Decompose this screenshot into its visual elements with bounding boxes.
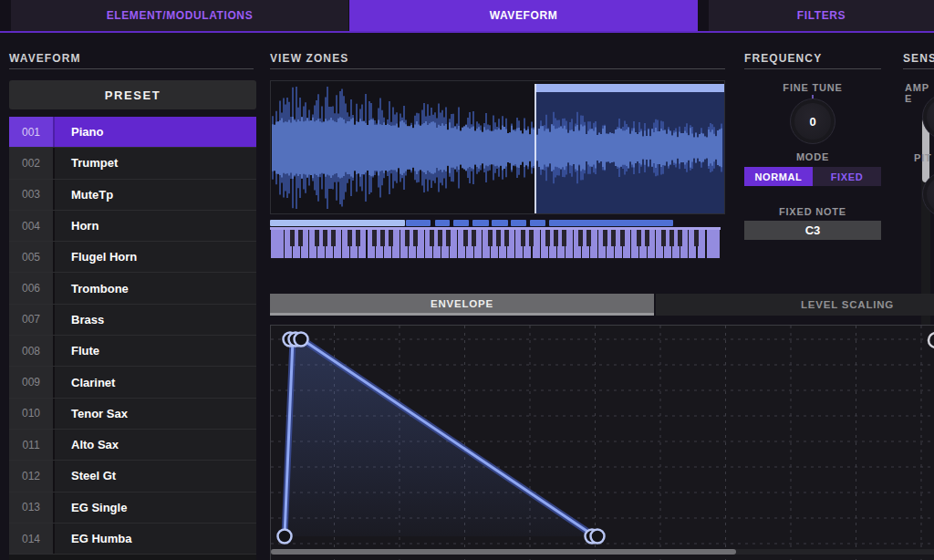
- preset-name: Trombone: [53, 273, 256, 303]
- black-key[interactable]: [611, 230, 616, 246]
- black-key[interactable]: [637, 230, 641, 246]
- black-key[interactable]: [405, 230, 410, 246]
- black-key[interactable]: [290, 230, 295, 246]
- black-key[interactable]: [298, 230, 303, 246]
- preset-number: 012: [9, 461, 53, 491]
- black-key[interactable]: [504, 230, 509, 246]
- black-key[interactable]: [389, 230, 393, 246]
- black-key[interactable]: [380, 230, 385, 246]
- black-key[interactable]: [356, 230, 360, 246]
- preset-row[interactable]: 013EG Single: [9, 493, 256, 524]
- black-key[interactable]: [348, 230, 352, 246]
- black-key[interactable]: [323, 230, 327, 246]
- black-key[interactable]: [372, 230, 377, 246]
- black-key[interactable]: [545, 230, 550, 246]
- tab-waveform[interactable]: WAVEFORM: [349, 0, 698, 31]
- preset-number: 008: [9, 336, 53, 366]
- black-key[interactable]: [331, 230, 336, 246]
- preset-row[interactable]: 008Flute: [9, 336, 256, 367]
- envelope-editor[interactable]: [270, 325, 934, 560]
- black-key[interactable]: [603, 230, 607, 246]
- mode-option-fixed[interactable]: FIXED: [813, 167, 881, 186]
- black-key[interactable]: [413, 230, 418, 246]
- sensitivity-section-rule: [903, 68, 934, 69]
- zone-segment-dark[interactable]: [453, 220, 469, 226]
- preset-button[interactable]: PRESET: [9, 80, 256, 109]
- preset-number: 006: [9, 273, 53, 303]
- preset-row[interactable]: 004Horn: [9, 211, 256, 242]
- preset-name: Steel Gt: [53, 461, 256, 491]
- preset-row[interactable]: 002Trumpet: [9, 148, 256, 179]
- black-key[interactable]: [694, 230, 699, 246]
- black-key[interactable]: [554, 230, 558, 246]
- view-zones-title: VIEW ZONES: [270, 52, 348, 65]
- preset-row[interactable]: 001Piano: [9, 117, 256, 148]
- black-key[interactable]: [521, 230, 525, 246]
- zone-segment-dark[interactable]: [406, 220, 431, 226]
- black-key[interactable]: [678, 230, 682, 246]
- plugin-window: ELEMENT/MODULATIONS WAVEFORM FILTERS WAV…: [0, 0, 934, 560]
- fixed-note-value[interactable]: C3: [744, 221, 881, 240]
- piano-keyboard[interactable]: [270, 227, 721, 260]
- black-key[interactable]: [620, 230, 625, 246]
- tab-envelope[interactable]: ENVELOPE: [270, 294, 654, 316]
- zone-segment-dark[interactable]: [472, 220, 489, 226]
- black-key[interactable]: [488, 230, 493, 246]
- black-key[interactable]: [562, 230, 566, 246]
- tab-filters[interactable]: FILTERS: [709, 0, 934, 31]
- preset-name: MuteTp: [53, 180, 256, 210]
- fine-tune-knob[interactable]: 0: [790, 99, 835, 144]
- zone-segment-dark[interactable]: [530, 220, 545, 226]
- keyboard-end-cap: [271, 230, 284, 258]
- preset-list[interactable]: 001Piano002Trumpet003MuteTp004Horn005Flu…: [9, 117, 256, 560]
- preset-row[interactable]: 005Flugel Horn: [9, 242, 256, 273]
- black-key[interactable]: [446, 230, 451, 246]
- black-key[interactable]: [586, 230, 591, 246]
- preset-name: Trumpet: [53, 148, 256, 178]
- preset-row[interactable]: 011Alto Sax: [9, 430, 256, 461]
- black-key[interactable]: [496, 230, 501, 246]
- waveform-display[interactable]: [270, 80, 725, 214]
- envelope-svg: [271, 326, 934, 560]
- mode-option-normal[interactable]: NORMAL: [744, 167, 813, 186]
- preset-number: 011: [9, 430, 53, 460]
- black-key[interactable]: [661, 230, 666, 246]
- zone-segment-dark[interactable]: [492, 220, 508, 226]
- preset-row[interactable]: 007Brass: [9, 305, 256, 336]
- zone-segment-dark[interactable]: [511, 220, 526, 226]
- black-key[interactable]: [578, 230, 583, 246]
- black-key[interactable]: [529, 230, 534, 246]
- preset-name: Horn: [53, 211, 256, 241]
- preset-number: 013: [9, 493, 53, 523]
- zone-strip[interactable]: [270, 220, 725, 226]
- tab-accent-line: [0, 31, 934, 33]
- preset-number: 002: [9, 148, 53, 178]
- zone-segment-dark[interactable]: [435, 220, 450, 226]
- tab-element-modulations[interactable]: ELEMENT/MODULATIONS: [11, 0, 348, 31]
- black-key[interactable]: [430, 230, 434, 246]
- fine-tune-label: FINE TUNE: [744, 82, 881, 93]
- preset-row[interactable]: 014EG Humba: [9, 524, 256, 555]
- zone-segment-light[interactable]: [270, 220, 405, 226]
- keyboard-end-cap: [707, 230, 720, 258]
- black-key[interactable]: [315, 230, 319, 246]
- mode-label: MODE: [744, 151, 881, 162]
- waveform-svg: [271, 81, 724, 213]
- preset-name: Tenor Sax: [53, 399, 256, 429]
- black-key[interactable]: [645, 230, 649, 246]
- preset-row[interactable]: 006Trombone: [9, 273, 256, 304]
- preset-row[interactable]: 012Steel Gt: [9, 461, 256, 492]
- black-key[interactable]: [463, 230, 468, 246]
- preset-row[interactable]: 009Clarinet: [9, 367, 256, 398]
- preset-row[interactable]: 010Tenor Sax: [9, 399, 256, 430]
- black-key[interactable]: [438, 230, 442, 246]
- zone-segment-dark[interactable]: [549, 220, 673, 226]
- black-key[interactable]: [669, 230, 674, 246]
- waveform-section-rule: [9, 68, 254, 69]
- black-key[interactable]: [472, 230, 476, 246]
- preset-number: 003: [9, 180, 53, 210]
- view-zones-rule: [270, 68, 725, 69]
- tab-level-scaling[interactable]: LEVEL SCALING: [656, 294, 934, 316]
- fixed-note-label: FIXED NOTE: [744, 206, 881, 217]
- preset-row[interactable]: 003MuteTp: [9, 180, 256, 211]
